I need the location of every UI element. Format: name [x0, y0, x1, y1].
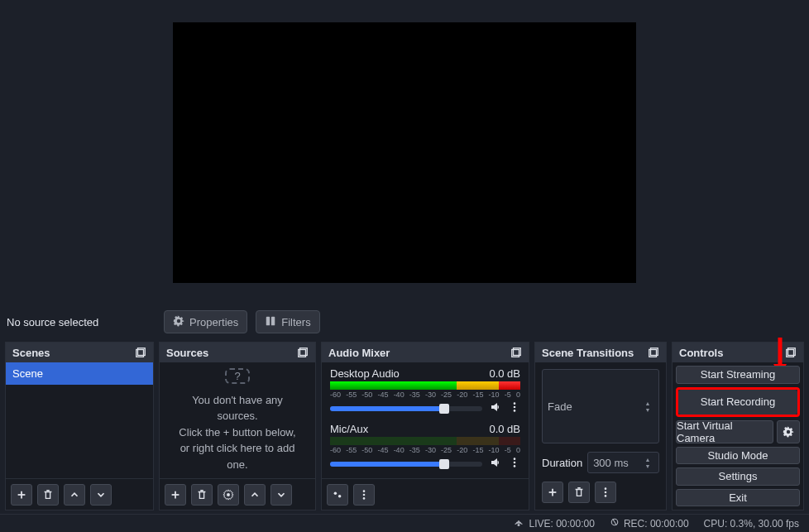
volume-slider[interactable]	[330, 406, 482, 411]
help-icon: ?	[225, 368, 250, 384]
audio-mixer-panel: Audio Mixer Desktop Audio 0.0 dB -60-55-…	[321, 342, 529, 510]
svg-point-30	[605, 495, 607, 497]
chevron-updown-icon: ▲▼	[642, 456, 653, 469]
speaker-icon[interactable]	[489, 400, 502, 416]
audio-meter	[330, 437, 520, 445]
controls-title: Controls	[679, 347, 723, 359]
duration-label: Duration	[542, 457, 582, 469]
svg-point-19	[334, 491, 337, 495]
channel-label: Mic/Aux	[330, 423, 368, 435]
svg-point-23	[363, 497, 366, 500]
scenes-title: Scenes	[12, 347, 50, 359]
properties-button[interactable]: Properties	[164, 310, 247, 333]
svg-point-29	[605, 491, 607, 494]
add-scene-button[interactable]	[11, 484, 32, 506]
add-transition-button[interactable]	[542, 482, 563, 503]
transitions-panel: Scene Transitions Fade ▲▼ Duration 300 m…	[534, 342, 667, 510]
controls-body: Start Streaming Start Recording Start Vi…	[673, 362, 803, 510]
gear-icon	[173, 315, 184, 329]
svg-rect-1	[271, 316, 275, 325]
svg-point-10	[227, 493, 230, 496]
remove-scene-button[interactable]	[37, 484, 59, 506]
popout-icon[interactable]	[648, 347, 659, 358]
sources-toolbar	[160, 478, 315, 510]
live-status: LIVE: 00:00:00	[529, 518, 594, 530]
channel-menu-button[interactable]	[509, 457, 520, 471]
transition-menu-button[interactable]	[595, 482, 616, 503]
start-recording-button[interactable]: Start Recording	[678, 390, 797, 415]
chevron-updown-icon: ▲▼	[642, 400, 653, 413]
virtual-camera-settings-button[interactable]	[777, 420, 800, 443]
svg-point-28	[605, 487, 607, 490]
svg-point-21	[363, 490, 366, 492]
channel-menu-button[interactable]	[509, 401, 520, 415]
popout-icon[interactable]	[297, 347, 309, 358]
preview-area	[0, 0, 809, 305]
transition-selected: Fade	[548, 400, 572, 413]
speaker-icon[interactable]	[489, 456, 502, 472]
add-source-button[interactable]	[165, 484, 186, 506]
svg-line-37	[613, 519, 617, 525]
remove-transition-button[interactable]	[568, 482, 590, 503]
move-scene-down-button[interactable]	[90, 484, 112, 506]
source-properties-button[interactable]	[218, 484, 239, 506]
sources-list[interactable]: ? You don't have any sources. Click the …	[160, 362, 315, 478]
audio-advanced-button[interactable]	[327, 484, 348, 506]
start-streaming-button[interactable]: Start Streaming	[676, 366, 800, 384]
transitions-title: Scene Transitions	[542, 347, 634, 359]
no-source-label: No source selected	[7, 316, 156, 328]
channel-label: Desktop Audio	[330, 367, 400, 380]
cpu-status: CPU: 0.3%, 30.00 fps	[704, 518, 799, 530]
sources-panel: Sources ? You don't have any sources. Cl…	[159, 342, 316, 510]
scenes-list[interactable]: Scene	[6, 362, 153, 478]
svg-point-13	[514, 402, 516, 405]
studio-mode-button[interactable]: Studio Mode	[676, 447, 800, 465]
duration-input[interactable]: 300 ms ▲▼	[587, 452, 659, 473]
move-source-down-button[interactable]	[270, 484, 292, 506]
svg-point-16	[514, 458, 516, 460]
transitions-header: Scene Transitions	[535, 343, 666, 362]
scenes-panel: Scenes Scene	[5, 342, 154, 510]
filters-icon	[265, 315, 276, 329]
popout-icon[interactable]	[135, 347, 146, 358]
svg-point-17	[514, 462, 516, 464]
filters-button[interactable]: Filters	[256, 310, 319, 333]
popout-icon[interactable]	[510, 347, 522, 358]
channel-db: 0.0 dB	[489, 367, 520, 380]
svg-rect-0	[266, 316, 270, 325]
transitions-body: Fade ▲▼ Duration 300 ms ▲▼	[535, 362, 666, 510]
audio-menu-button[interactable]	[353, 484, 375, 506]
remove-source-button[interactable]	[191, 484, 213, 506]
svg-point-20	[338, 495, 342, 498]
controls-panel: Controls Start Streaming Start Recording…	[672, 342, 804, 510]
audio-ticks: -60-55-50-45-40-35-30-25-20-15-10-50	[330, 446, 520, 454]
signal-icon	[513, 516, 524, 530]
sources-header: Sources	[160, 343, 315, 362]
audio-channel-desktop: Desktop Audio 0.0 dB -60-55-50-45-40-35-…	[330, 367, 520, 416]
audio-ticks: -60-55-50-45-40-35-30-25-20-15-10-50	[330, 391, 520, 399]
svg-point-22	[363, 493, 366, 496]
volume-slider[interactable]	[330, 462, 482, 467]
svg-point-15	[514, 410, 516, 412]
audio-toolbar	[322, 478, 529, 510]
audio-header: Audio Mixer	[322, 343, 529, 362]
preview-canvas[interactable]	[173, 22, 636, 283]
move-scene-up-button[interactable]	[64, 484, 85, 506]
status-bar: LIVE: 00:00:00 REC: 00:00:00 CPU: 0.3%, …	[0, 514, 809, 532]
audio-meter	[330, 381, 520, 390]
sources-title: Sources	[166, 347, 208, 359]
settings-button[interactable]: Settings	[676, 467, 800, 486]
sources-empty-text: You don't have any sources. Click the + …	[171, 392, 304, 473]
channel-db: 0.0 dB	[489, 423, 520, 435]
audio-title: Audio Mixer	[328, 347, 390, 359]
move-source-up-button[interactable]	[244, 484, 266, 506]
scene-item[interactable]: Scene	[6, 362, 153, 385]
duration-value: 300 ms	[593, 457, 629, 469]
scenes-toolbar	[6, 478, 153, 510]
pause-icon	[610, 517, 620, 530]
start-virtual-camera-button[interactable]: Start Virtual Camera	[676, 420, 773, 443]
exit-button[interactable]: Exit	[676, 489, 800, 507]
transition-select[interactable]: Fade ▲▼	[542, 369, 659, 443]
svg-point-35	[519, 525, 520, 526]
properties-label: Properties	[189, 316, 238, 328]
